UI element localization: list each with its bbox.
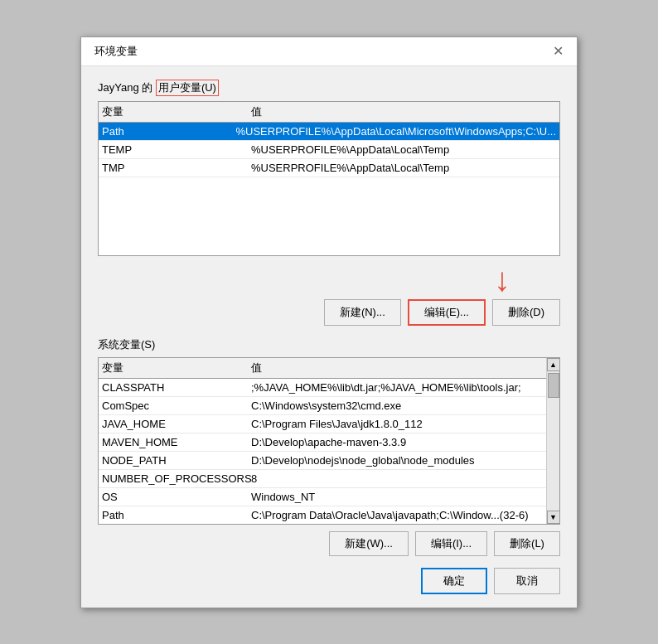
user-col-var-header: 变量: [102, 104, 251, 119]
sys-row-maven-home[interactable]: MAVEN_HOME D:\Develop\apache-maven-3.3.9: [99, 433, 546, 452]
sys-scrollbar[interactable]: ▲ ▼: [546, 358, 559, 524]
scrollbar-thumb[interactable]: [548, 373, 559, 398]
user-row-tmp[interactable]: TMP %USERPROFILE%\AppData\Local\Temp: [99, 159, 559, 177]
sys-row-java-home[interactable]: JAVA_HOME C:\Program Files\Java\jdk1.8.0…: [99, 415, 546, 433]
user-row-path-var: Path: [102, 125, 235, 138]
sys-col-var-header: 变量: [102, 361, 251, 375]
sys-row-path[interactable]: Path C:\Program Data\Oracle\Java\javapat…: [99, 506, 546, 524]
user-row-temp-val: %USERPROFILE%\AppData\Local\Temp: [251, 143, 556, 156]
sys-new-button[interactable]: 新建(W)...: [329, 531, 409, 556]
user-variables-table: 变量 值 Path %USERPROFILE%\AppData\Local\Mi…: [98, 101, 560, 256]
user-edit-button[interactable]: 编辑(E)...: [408, 299, 486, 326]
sys-row-os[interactable]: OS Windows_NT: [99, 488, 546, 506]
user-row-path-val: %USERPROFILE%\AppData\Local\Microsoft\Wi…: [235, 125, 556, 138]
sys-row-comspec[interactable]: ComSpec C:\Windows\system32\cmd.exe: [99, 397, 546, 415]
arrow-area: ↓: [98, 263, 560, 296]
user-section-label: JayYang 的 用户变量(U): [98, 80, 560, 96]
sys-row-node-path[interactable]: NODE_PATH D:\Develop\nodejs\node_global\…: [99, 452, 546, 470]
user-btn-row: 新建(N)... 编辑(E)... 删除(D): [98, 299, 560, 326]
user-new-button[interactable]: 新建(N)...: [324, 299, 401, 326]
scrollbar-track[interactable]: [547, 371, 559, 511]
user-row-temp[interactable]: TEMP %USERPROFILE%\AppData\Local\Temp: [99, 141, 559, 159]
sys-section-label: 系统变量(S): [98, 337, 560, 352]
user-row-tmp-var: TMP: [102, 162, 251, 174]
sys-row-num-processors[interactable]: NUMBER_OF_PROCESSORS 8: [99, 470, 546, 488]
down-arrow-icon: ↓: [494, 263, 510, 296]
user-section-label-boxed: 用户变量(U): [156, 80, 219, 96]
scrollbar-down-button[interactable]: ▼: [547, 511, 560, 524]
sys-table-inner: 变量 值 CLASSPATH ;%JAVA_HOME%\lib\dt.jar;%…: [99, 358, 546, 524]
title-bar: 环境变量 ✕: [81, 37, 577, 66]
user-delete-button[interactable]: 删除(D): [492, 299, 560, 326]
ok-button[interactable]: 确定: [421, 568, 487, 594]
sys-edit-button[interactable]: 编辑(I)...: [415, 531, 487, 556]
sys-table-body: CLASSPATH ;%JAVA_HOME%\lib\dt.jar;%JAVA_…: [99, 379, 546, 524]
dialog-title: 环境变量: [94, 44, 138, 59]
sys-row-classpath[interactable]: CLASSPATH ;%JAVA_HOME%\lib\dt.jar;%JAVA_…: [99, 379, 546, 397]
user-row-tmp-val: %USERPROFILE%\AppData\Local\Temp: [251, 162, 556, 174]
cancel-button[interactable]: 取消: [494, 568, 560, 594]
sys-col-val-header: 值: [251, 361, 543, 375]
user-col-val-header: 值: [251, 104, 556, 119]
close-button[interactable]: ✕: [549, 45, 567, 58]
user-row-temp-var: TEMP: [102, 143, 251, 156]
scrollbar-up-button[interactable]: ▲: [547, 358, 560, 371]
bottom-btn-row: 确定 取消: [98, 568, 560, 594]
sys-table-header: 变量 值: [99, 358, 546, 379]
user-table-header: 变量 值: [99, 102, 559, 123]
sys-delete-button[interactable]: 删除(L): [494, 531, 560, 556]
sys-variables-table: 变量 值 CLASSPATH ;%JAVA_HOME%\lib\dt.jar;%…: [98, 357, 560, 525]
user-table-body: Path %USERPROFILE%\AppData\Local\Microso…: [99, 123, 559, 255]
dialog-body: JayYang 的 用户变量(U) 变量 值 Path %USERPROFILE…: [81, 66, 577, 608]
sys-btn-row: 新建(W)... 编辑(I)... 删除(L): [98, 531, 560, 556]
environment-variables-dialog: 环境变量 ✕ JayYang 的 用户变量(U) 变量 值 Path %USER…: [80, 36, 578, 608]
user-row-path[interactable]: Path %USERPROFILE%\AppData\Local\Microso…: [99, 123, 559, 141]
